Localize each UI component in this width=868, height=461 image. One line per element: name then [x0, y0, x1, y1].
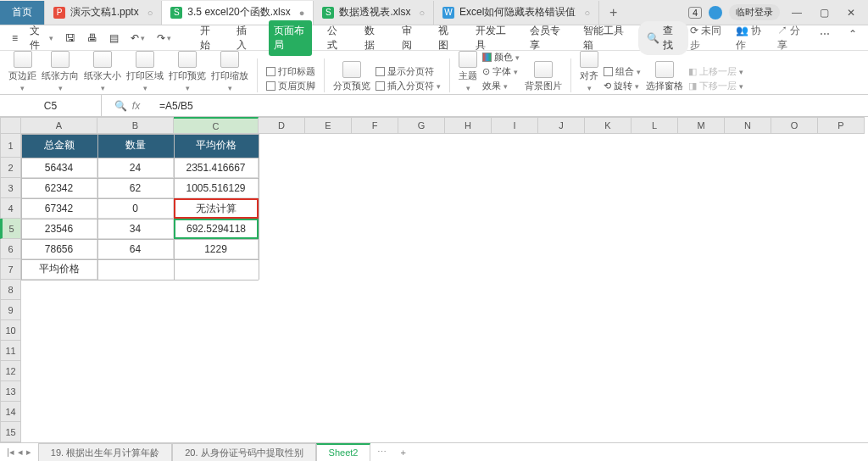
table-header-cell[interactable]: 总金额	[21, 134, 97, 158]
row-header[interactable]: 11	[0, 341, 21, 361]
row-header[interactable]: 5	[0, 219, 21, 239]
cell[interactable]: 0	[97, 198, 174, 219]
column-header[interactable]: F	[352, 117, 398, 134]
row-header[interactable]: 3	[0, 178, 21, 198]
row-header[interactable]: 14	[0, 402, 21, 422]
menu-tab[interactable]: 审阅	[397, 20, 424, 56]
cell[interactable]: 34	[97, 219, 174, 239]
spreadsheet-grid[interactable]: ABCDEFGHIJKLMNOP 12345678910111213141516…	[0, 117, 868, 442]
column-header[interactable]: K	[585, 117, 632, 134]
share-button[interactable]: ↗ 分享	[777, 24, 806, 53]
insert-page-break-button[interactable]: 插入分页符	[376, 80, 441, 92]
row-header[interactable]: 12	[0, 361, 21, 381]
row-header[interactable]: 4	[0, 198, 21, 219]
theme-button[interactable]: 主题	[459, 51, 477, 92]
row-header[interactable]: 6	[0, 239, 21, 259]
page-break-preview-button[interactable]: 分页预览	[333, 61, 370, 92]
menu-tab[interactable]: 页面布局	[269, 20, 312, 56]
sheet-nav-first-icon[interactable]: |◂	[7, 447, 14, 458]
sheet-tab[interactable]: 19. 根据出生年月计算年龄	[38, 443, 172, 462]
theme-effects-button[interactable]: 效果	[482, 80, 520, 92]
column-header[interactable]: N	[725, 117, 771, 134]
print-titles-button[interactable]: 打印标题	[266, 65, 315, 78]
collapse-ribbon-icon[interactable]: ⌃	[843, 24, 861, 44]
sync-status[interactable]: ⟳ 未同步	[690, 24, 726, 53]
cell[interactable]: 2351.416667	[174, 158, 259, 178]
select-all-corner[interactable]	[0, 117, 21, 134]
more-icon[interactable]: ⋯	[816, 24, 834, 44]
cell[interactable]: 平均价格	[21, 259, 97, 280]
cell[interactable]: 692.5294118	[174, 219, 259, 239]
find-button[interactable]: 🔍查找	[638, 21, 687, 55]
qat-save-icon[interactable]: 🖫	[60, 28, 81, 48]
cell[interactable]: 1005.516129	[174, 178, 259, 198]
cell[interactable]: 无法计算	[174, 198, 259, 219]
name-box[interactable]: C5	[0, 95, 102, 116]
new-tab-button[interactable]: +	[599, 5, 627, 20]
app-menu-icon[interactable]: ≡	[7, 28, 23, 48]
tab-close-icon[interactable]: ○	[419, 8, 425, 18]
fx-button[interactable]: fx	[132, 100, 140, 112]
selection-pane-button[interactable]: 选择窗格	[646, 61, 683, 92]
header-footer-button[interactable]: 页眉页脚	[266, 80, 315, 92]
ribbon-button[interactable]: 页边距	[8, 51, 36, 92]
sheet-nav-next-icon[interactable]: ▸	[26, 447, 31, 458]
qat-preview-icon[interactable]: ▤	[104, 28, 124, 48]
qat-print-icon[interactable]: 🖶	[82, 28, 103, 48]
group-button[interactable]: 组合	[604, 65, 641, 78]
close-icon[interactable]: ✕	[841, 3, 861, 23]
ribbon-button[interactable]: 纸张大小	[84, 51, 121, 92]
column-header[interactable]: E	[305, 117, 352, 134]
cell[interactable]: 23546	[21, 219, 97, 239]
sheet-more-icon[interactable]: ⋯	[370, 447, 393, 458]
row-header[interactable]: 9	[0, 300, 21, 320]
row-header[interactable]: 8	[0, 280, 21, 300]
row-header[interactable]: 13	[0, 381, 21, 402]
column-header[interactable]: C	[174, 117, 259, 134]
cell[interactable]: 67342	[21, 198, 97, 219]
row-header[interactable]: 10	[0, 320, 21, 341]
home-tab[interactable]: 首页	[0, 1, 45, 25]
window-count-badge[interactable]: 4	[688, 7, 702, 19]
column-header[interactable]: G	[398, 117, 445, 134]
row-header[interactable]: 15	[0, 422, 21, 442]
column-header[interactable]: M	[678, 117, 725, 134]
collab-button[interactable]: 👥 协作	[736, 24, 767, 53]
rotate-button[interactable]: ⟲ 旋转	[604, 80, 641, 92]
file-menu[interactable]: 文件	[25, 28, 58, 48]
ribbon-button[interactable]: 打印区域	[126, 51, 164, 92]
row-header[interactable]: 1	[0, 134, 21, 158]
cell[interactable]: 62342	[21, 178, 97, 198]
tab-close-icon[interactable]: ○	[584, 8, 590, 18]
tab-close-icon[interactable]: ●	[299, 8, 305, 18]
row-header[interactable]: 2	[0, 158, 21, 178]
column-header[interactable]: L	[632, 117, 678, 134]
cell[interactable]: 62	[97, 178, 174, 198]
column-header[interactable]: D	[259, 117, 305, 134]
background-image-button[interactable]: 背景图片	[525, 61, 562, 92]
doc-tab[interactable]: P演示文稿1.pptx○	[45, 1, 162, 25]
menu-tab[interactable]: 数据	[359, 20, 387, 56]
show-page-breaks-button[interactable]: 显示分页符	[376, 65, 441, 78]
menu-tab[interactable]: 公式	[322, 20, 349, 56]
cell[interactable]: 64	[97, 239, 174, 259]
table-header-cell[interactable]: 数量	[97, 134, 174, 158]
cell[interactable]: 56434	[21, 158, 97, 178]
cell[interactable]: 78656	[21, 239, 97, 259]
ribbon-button[interactable]: 打印预览	[169, 51, 206, 92]
column-header[interactable]: P	[818, 117, 865, 134]
column-header[interactable]: O	[771, 117, 818, 134]
theme-colors-button[interactable]: 颜色	[482, 51, 520, 64]
avatar-icon[interactable]	[709, 6, 722, 19]
qat-undo-icon[interactable]: ↶	[125, 28, 150, 48]
ribbon-button[interactable]: 打印缩放	[211, 51, 248, 92]
align-button[interactable]: 对齐	[580, 51, 598, 92]
cell[interactable]: 1229	[174, 239, 259, 259]
menu-tab[interactable]: 会员专享	[525, 20, 568, 56]
table-header-cell[interactable]: 平均价格	[174, 134, 259, 158]
row-header[interactable]: 7	[0, 259, 21, 280]
ribbon-button[interactable]: 纸张方向	[42, 51, 79, 92]
sheet-nav-prev-icon[interactable]: ◂	[18, 447, 23, 458]
minimize-icon[interactable]: —	[787, 3, 807, 23]
theme-fonts-button[interactable]: ⊙ 字体	[482, 65, 520, 78]
